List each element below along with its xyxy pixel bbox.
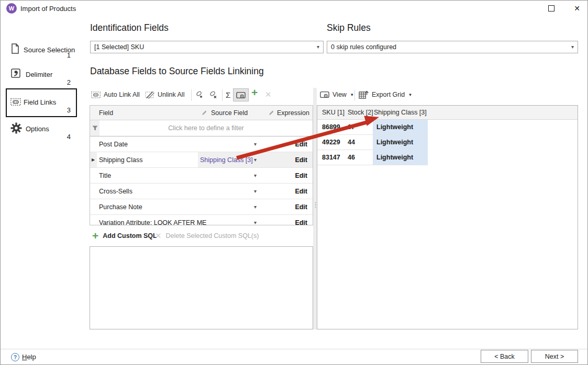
edit-link[interactable]: Edit (295, 156, 307, 164)
column-header-source-field[interactable]: Source Field (211, 109, 248, 117)
sidebar-item-source-selection[interactable]: Source Selection 1 (1, 40, 79, 61)
page-icon (11, 43, 19, 54)
help-link[interactable]: Help (22, 353, 36, 361)
cell-stock: 67 (348, 123, 355, 131)
app-logo-icon: W (6, 3, 17, 14)
column-header-sku[interactable]: SKU [1] (322, 109, 345, 116)
step-number: 4 (59, 133, 71, 141)
window-title: Import of Products (20, 5, 76, 13)
preview-row[interactable]: 83147 46 Lightweight (317, 150, 428, 165)
fields-link-grid: Field Source Field Expression Click here… (90, 105, 313, 225)
table-row-post-date[interactable]: Post Date ▾ Edit (90, 136, 313, 152)
auto-link-all-button[interactable]: Auto Link All (91, 88, 140, 101)
table-row-title[interactable]: Title ▾ Edit (90, 168, 313, 184)
add-link-button[interactable]: + (251, 86, 258, 99)
auto-link-icon (91, 92, 101, 98)
edit-link[interactable]: Edit (295, 141, 307, 148)
sum-button[interactable]: Σ (226, 90, 230, 99)
field-name: Post Date (99, 141, 128, 148)
delete-custom-sql-button-disabled[interactable]: ✕ Delete Selected Custom SQL(s) (155, 229, 259, 243)
field-name: Variation Attribute: LOOK AFTER ME (99, 219, 206, 225)
filter-row[interactable]: Click here to define a filter (90, 120, 313, 136)
chevron-down-icon[interactable]: ▾ (254, 220, 257, 225)
link-remove-button[interactable] (207, 88, 219, 101)
delete-link-button-disabled[interactable]: ✕ (265, 90, 272, 99)
step-number: 3 (59, 106, 71, 114)
x-icon: ✕ (155, 231, 162, 241)
preview-row[interactable]: 49229 44 Lightweight (317, 135, 428, 150)
maximize-icon (548, 5, 554, 12)
chevron-down-icon[interactable]: ▾ (254, 157, 257, 163)
import-products-window: W Import of Products ✕ Source Selection … (0, 0, 588, 365)
unlink-all-button[interactable]: Unlink All (145, 88, 184, 101)
field-name: Shipping Class (99, 156, 142, 164)
delimiter-icon (11, 69, 20, 78)
filter-icon-cell (90, 120, 99, 136)
source-preview-panel: SKU [1] Stock [2] Shipping Class [3] 868… (317, 105, 578, 329)
column-header-expression[interactable]: Expression (277, 109, 309, 117)
row-overflow-indicator: ... (197, 217, 204, 225)
toolbar-separator (354, 89, 355, 101)
logo-letter: W (9, 5, 14, 12)
edit-link[interactable]: Edit (295, 188, 307, 195)
button-label: Add Custom SQL (103, 232, 157, 239)
sidebar-item-options[interactable]: Options 4 (1, 120, 79, 143)
chevron-down-icon[interactable]: ▾ (254, 204, 257, 210)
cell-stock: 44 (348, 139, 355, 146)
edit-link[interactable]: Edit (295, 219, 307, 225)
back-button[interactable]: < Back (481, 350, 528, 363)
chevron-down-icon[interactable]: ▾ (254, 188, 257, 194)
help-rest: elp (27, 353, 36, 361)
pencil-icon (202, 110, 207, 116)
chevron-down-icon: ▾ (409, 92, 412, 97)
column-header-shipping-class[interactable]: Shipping Class [3] (374, 109, 427, 116)
edit-link[interactable]: Edit (295, 203, 307, 211)
cell-shipping: Lightweight (376, 154, 413, 161)
table-row-cross-sells[interactable]: Cross-Sells ▾ Edit (90, 184, 313, 199)
identification-fields-heading: Identification Fields (90, 22, 169, 33)
toolbar-separator (222, 89, 223, 101)
view-menu-button[interactable]: View ▾ (320, 88, 353, 101)
chevron-down-icon[interactable]: ▾ (254, 141, 257, 147)
plus-icon: + (92, 231, 98, 241)
cell-shipping: Lightweight (376, 123, 413, 131)
filter-icon (92, 126, 98, 131)
column-header-field[interactable]: Field (99, 109, 113, 117)
preview-header-row: SKU [1] Stock [2] Shipping Class [3] (317, 106, 578, 120)
skip-rules-dropdown[interactable]: 0 skip rules configured ▾ (327, 41, 578, 53)
column-header-stock[interactable]: Stock [2] (348, 109, 373, 116)
maximize-button[interactable] (540, 1, 563, 16)
close-button[interactable]: ✕ (565, 1, 588, 16)
preview-icon (236, 92, 246, 99)
sidebar-item-label: Field Links (24, 98, 56, 106)
view-icon (320, 91, 329, 98)
identification-fields-dropdown[interactable]: [1 Selected] SKU ▾ (90, 41, 324, 53)
chevron-down-icon: ▾ (317, 44, 319, 50)
help-accel: H (22, 353, 27, 361)
sidebar-item-label: Options (26, 125, 49, 133)
next-button[interactable]: Next > (531, 350, 578, 363)
link-add-icon (195, 90, 204, 99)
edit-link[interactable]: Edit (295, 172, 307, 179)
export-grid-icon (359, 90, 369, 99)
custom-sql-input[interactable] (90, 246, 313, 329)
preview-row[interactable]: 86899 67 Lightweight (317, 120, 428, 135)
chevron-down-icon[interactable]: ▾ (254, 173, 257, 178)
sidebar-item-field-links[interactable]: Field Links 3 (1, 95, 79, 116)
panel-splitter[interactable]: ⋮ (313, 88, 317, 329)
source-field-link[interactable]: Shipping Class [3] (200, 156, 252, 164)
table-row-shipping-class-selected[interactable]: ▶ Shipping Class Shipping Class [3] ▾ Ed… (90, 152, 313, 168)
toolbar-separator (191, 89, 192, 101)
link-add-button[interactable] (193, 88, 206, 101)
sidebar-item-label: Delimiter (26, 71, 52, 78)
table-row-purchase-note[interactable]: Purchase Note ▾ Edit (90, 199, 313, 215)
titlebar: W Import of Products ✕ (1, 1, 587, 16)
pencil-icon (269, 110, 274, 116)
sidebar-item-delimiter[interactable]: Delimiter 2 (1, 65, 79, 86)
skip-rules-heading: Skip Rules (327, 22, 371, 33)
add-custom-sql-button[interactable]: + Add Custom SQL (92, 229, 157, 243)
gear-icon (10, 122, 22, 134)
field-name: Title (99, 172, 111, 179)
export-grid-button[interactable]: Export Grid ▾ (359, 88, 412, 101)
preview-toggle-button[interactable] (233, 88, 249, 101)
